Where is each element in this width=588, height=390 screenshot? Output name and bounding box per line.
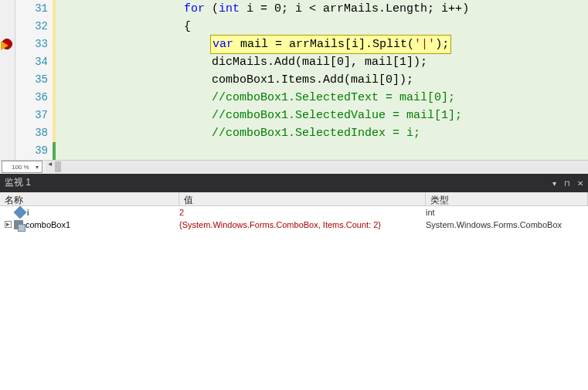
line-number: 38 — [15, 124, 48, 142]
dropdown-icon: ▾ — [36, 164, 39, 171]
editor-footer-bar: 100 % ▾ ◄ — [0, 160, 588, 174]
line-number: 31 — [15, 0, 48, 18]
scroll-left-icon[interactable]: ◄ — [47, 161, 53, 168]
code-line[interactable]: //comboBox1.SelectedValue = mail[1]; — [56, 107, 588, 124]
watch-row[interactable]: ▸comboBox1{System.Windows.Forms.ComboBox… — [0, 219, 588, 231]
watch-name: comboBox1 — [25, 220, 70, 229]
pin-icon[interactable]: ⊓ — [564, 179, 570, 188]
line-number: 36 — [15, 89, 48, 107]
watch-rows: i2int▸comboBox1{System.Windows.Forms.Com… — [0, 206, 588, 231]
execution-arrow-icon — [1, 41, 8, 50]
code-line[interactable]: { — [56, 18, 588, 36]
col-value[interactable]: 值 — [179, 192, 426, 205]
watch-type: int — [426, 208, 588, 217]
watch-empty-area[interactable] — [0, 231, 588, 391]
watch-name: i — [27, 208, 29, 217]
watch-value: {System.Windows.Forms.ComboBox, Items.Co… — [179, 220, 426, 229]
window-options-icon[interactable]: ▾ — [552, 179, 556, 188]
object-icon — [14, 220, 23, 229]
close-icon[interactable]: ✕ — [577, 179, 583, 188]
line-number: 37 — [15, 107, 48, 124]
watch-columns-header: 名称 值 类型 — [0, 192, 588, 206]
zoom-value: 100 % — [12, 164, 29, 171]
code-editor[interactable]: 31323334353637383940414243444546 for (in… — [0, 0, 588, 160]
breakpoint-gutter[interactable] — [0, 0, 15, 160]
line-number: 35 — [15, 71, 48, 89]
line-number: 32 — [15, 18, 48, 36]
watch-type: System.Windows.Forms.ComboBox — [426, 220, 588, 229]
horizontal-scrollbar[interactable]: ◄ — [46, 161, 588, 173]
line-number: 33 — [15, 36, 48, 53]
code-line[interactable]: var mail = arrMails[i].Split('|'); — [56, 36, 588, 53]
code-line[interactable]: comboBox1.Items.Add(mail[0]); — [56, 71, 588, 89]
code-area[interactable]: for (int i = 0; i < arrMails.Length; i++… — [56, 0, 588, 160]
col-name[interactable]: 名称 — [0, 192, 179, 205]
watch-value: 2 — [179, 208, 426, 217]
line-number: 34 — [15, 53, 48, 71]
code-line[interactable]: for (int i = 0; i < arrMails.Length; i++… — [56, 0, 588, 18]
code-line[interactable]: //comboBox1.SelectedText = mail[0]; — [56, 89, 588, 107]
scrollbar-thumb[interactable] — [55, 161, 61, 172]
col-type[interactable]: 类型 — [426, 192, 588, 205]
watch-panel-title: 监视 1 — [5, 176, 31, 189]
code-line[interactable]: dicMails.Add(mail[0], mail[1]); — [56, 53, 588, 71]
code-line[interactable] — [56, 142, 588, 160]
watch-panel-header[interactable]: 监视 1 ▾ ⊓ ✕ — [0, 174, 588, 192]
line-number: 39 — [15, 142, 48, 160]
expand-icon[interactable]: ▸ — [5, 221, 12, 228]
zoom-select[interactable]: 100 % ▾ — [2, 161, 42, 173]
execution-highlight: var mail = arrMails[i].Split('|'); — [210, 35, 451, 54]
line-number-gutter: 31323334353637383940414243444546 — [15, 0, 53, 160]
variable-icon — [14, 205, 27, 219]
code-line[interactable]: //comboBox1.SelectedIndex = i; — [56, 124, 588, 142]
watch-row[interactable]: i2int — [0, 206, 588, 219]
